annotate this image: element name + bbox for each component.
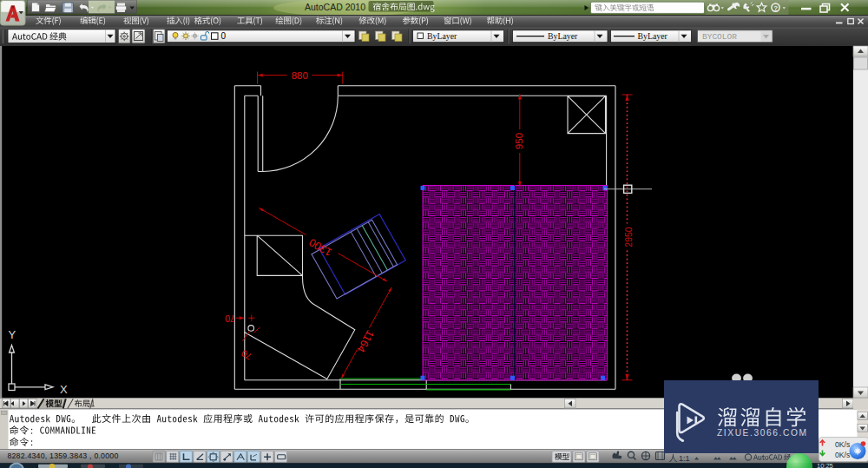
svg-text:880: 880 [292, 70, 308, 81]
svg-text:BYCOLOR: BYCOLOR [702, 32, 737, 42]
svg-text:0: 0 [221, 31, 227, 41]
svg-text:Y: Y [9, 328, 16, 341]
svg-text:ByLayer: ByLayer [638, 31, 668, 41]
svg-text:70: 70 [240, 348, 253, 362]
svg-text:1:1: 1:1 [679, 454, 690, 463]
svg-text:1300: 1300 [307, 236, 334, 259]
svg-text:0K/s: 0K/s [835, 440, 850, 449]
svg-text:?: ? [773, 4, 778, 12]
svg-text:70: 70 [225, 313, 235, 324]
svg-text:1164: 1164 [354, 328, 376, 354]
svg-text:0K/s: 0K/s [835, 451, 850, 459]
svg-text:X: X [60, 383, 68, 396]
svg-text:AutoCAD 2010: AutoCAD 2010 [305, 2, 365, 12]
svg-text:ZIXUE.3066.COM: ZIXUE.3066.COM [717, 428, 808, 438]
svg-text:2950: 2950 [623, 227, 634, 247]
svg-text:ByLayer: ByLayer [427, 31, 457, 41]
svg-text:8282.4340, 1359.3843 , 0.0000: 8282.4340, 1359.3843 , 0.0000 [7, 452, 118, 460]
svg-text:10:25: 10:25 [817, 462, 833, 468]
svg-text:950: 950 [514, 133, 524, 149]
svg-text:ByLayer: ByLayer [548, 31, 578, 41]
